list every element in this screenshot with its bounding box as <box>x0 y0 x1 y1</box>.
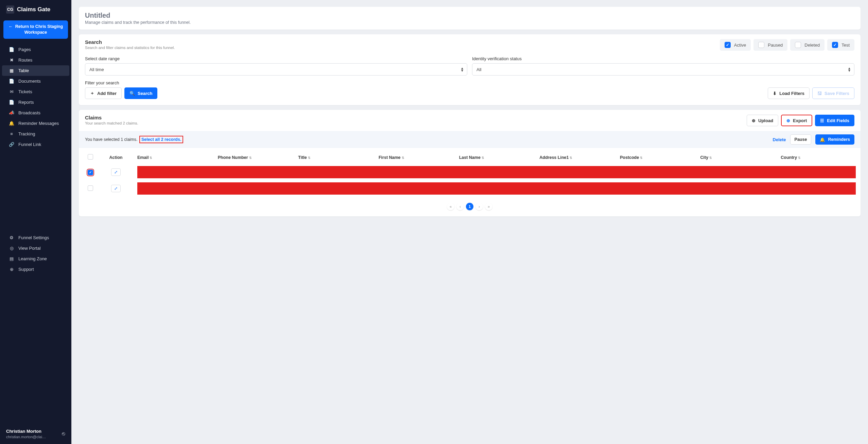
select-all-records-link[interactable]: Select all 2 records. <box>139 136 183 143</box>
expand-row-button[interactable]: ⤢ <box>111 168 121 176</box>
status-label: Test <box>841 43 850 48</box>
sort-icon: ⇅ <box>249 156 252 160</box>
pause-button[interactable]: Pause <box>790 134 812 145</box>
add-filter-label: Add filter <box>97 91 117 96</box>
page-last-button[interactable]: » <box>485 203 492 210</box>
sidebar-item-broadcasts[interactable]: 📣Broadcasts <box>2 108 69 118</box>
sidebar-item-documents[interactable]: 📄Documents <box>2 76 69 86</box>
sidebar-item-reminder-messages[interactable]: 🔔Reminder Messages <box>2 118 69 129</box>
redacted-row-content <box>137 182 856 195</box>
nav-icon: 📄 <box>9 47 14 52</box>
page-next-button[interactable]: › <box>475 203 483 210</box>
save-filters-label: Save Filters <box>824 91 849 96</box>
status-filter-paused[interactable]: Paused <box>753 39 787 51</box>
column-header-title[interactable]: Title⇅ <box>295 151 376 164</box>
selection-bar: You have selected 1 claims. Select all 2… <box>79 131 861 148</box>
nav-icon: ⚙ <box>9 235 14 240</box>
export-icon: ⊕ <box>786 118 790 123</box>
column-header-address-line1[interactable]: Address Line1⇅ <box>537 151 617 164</box>
nav-main: 📄Pages✖Routes▦Table📄Documents✉Tickets📄Re… <box>0 44 71 232</box>
search-button-label: Search <box>138 91 152 96</box>
logout-icon[interactable]: ⎋ <box>62 431 65 437</box>
row-checkbox[interactable] <box>88 185 93 191</box>
sidebar-item-pages[interactable]: 📄Pages <box>2 44 69 55</box>
sort-icon: ⇅ <box>482 156 484 160</box>
page-number-button[interactable]: 1 <box>466 203 473 210</box>
add-filter-button[interactable]: ＋ Add filter <box>85 87 122 99</box>
sidebar: CG Claims Gate ← Return to Chris Staging… <box>0 0 71 444</box>
sort-icon: ⇅ <box>308 156 311 160</box>
edit-fields-button[interactable]: ☰ Edit Fields <box>815 115 854 126</box>
load-filters-button[interactable]: ⬇ Load Filters <box>768 87 810 99</box>
status-filter-deleted[interactable]: Deleted <box>790 39 824 51</box>
column-header-action[interactable]: Action <box>97 151 135 164</box>
sidebar-item-funnel-settings[interactable]: ⚙Funnel Settings <box>2 232 69 243</box>
nav-icon: ▦ <box>9 68 14 73</box>
nav-label: Reminder Messages <box>18 121 59 126</box>
brand-name: Claims Gate <box>17 6 50 13</box>
nav-label: Funnel Link <box>18 142 41 147</box>
date-range-label: Select date range <box>85 56 467 61</box>
plus-icon: ＋ <box>90 90 94 96</box>
column-header-last-name[interactable]: Last Name⇅ <box>456 151 537 164</box>
load-filters-label: Load Filters <box>779 91 804 96</box>
column-header-first-name[interactable]: First Name⇅ <box>376 151 456 164</box>
upload-button[interactable]: ⊕ Upload <box>747 115 778 126</box>
status-label: Active <box>734 43 746 48</box>
status-filter-active[interactable]: Active <box>720 39 751 51</box>
row-checkbox[interactable] <box>88 170 93 175</box>
date-range-select[interactable]: All time ▲▼ <box>85 63 467 76</box>
nav-label: Table <box>18 68 29 73</box>
sidebar-item-reports[interactable]: 📄Reports <box>2 97 69 108</box>
sidebar-item-view-portal[interactable]: ◎View Portal <box>2 243 69 253</box>
return-workspace-button[interactable]: ← Return to Chris Staging Workspace <box>3 20 68 39</box>
export-label: Export <box>793 118 807 123</box>
sidebar-item-routes[interactable]: ✖Routes <box>2 55 69 65</box>
search-subtitle: Search and filter claims and statistics … <box>85 46 175 50</box>
sort-icon: ⇅ <box>798 156 801 160</box>
sort-icon: ⇅ <box>570 156 572 160</box>
reminders-button[interactable]: 🔔 Reminders <box>815 134 854 145</box>
filter-icon: ☰ <box>820 118 824 123</box>
identity-status-value: All <box>472 63 854 76</box>
nav-label: Broadcasts <box>18 110 40 115</box>
claims-subtitle: Your search matched 2 claims. <box>85 121 138 125</box>
nav-icon: ✖ <box>9 57 14 63</box>
user-email: christian.morton@claims... <box>6 434 47 439</box>
nav-label: Reports <box>18 100 34 105</box>
download-icon: ⬇ <box>773 91 777 96</box>
column-header-country[interactable]: Country⇅ <box>778 151 858 164</box>
status-filter-test[interactable]: Test <box>827 39 854 51</box>
edit-fields-label: Edit Fields <box>827 118 849 123</box>
redacted-row-content <box>137 166 856 178</box>
sidebar-item-learning-zone[interactable]: ▤Learning Zone <box>2 253 69 264</box>
expand-row-button[interactable]: ⤢ <box>111 185 121 192</box>
nav-label: Tracking <box>18 131 35 136</box>
sort-icon: ⇅ <box>640 156 643 160</box>
column-header-postcode[interactable]: Postcode⇅ <box>617 151 698 164</box>
search-button[interactable]: 🔍 Search <box>124 87 157 99</box>
page-prev-button[interactable]: ‹ <box>456 203 464 210</box>
upload-icon: ⊕ <box>752 118 756 123</box>
column-header-email[interactable]: Email⇅ <box>135 151 215 164</box>
save-filters-button[interactable]: 🖫 Save Filters <box>812 87 854 99</box>
nav-icon: ✉ <box>9 89 14 94</box>
claims-table: ActionEmail⇅Phone Number⇅Title⇅First Nam… <box>85 151 858 197</box>
column-header-city[interactable]: City⇅ <box>698 151 778 164</box>
page-title: Untitled <box>85 12 854 19</box>
arrow-left-icon: ← <box>8 24 13 29</box>
page-first-button[interactable]: « <box>447 203 454 210</box>
sidebar-item-tracking[interactable]: ≡Tracking <box>2 129 69 139</box>
delete-link[interactable]: Delete <box>773 137 786 142</box>
sidebar-item-support[interactable]: ⊕Support <box>2 264 69 275</box>
checkbox-icon <box>795 42 801 48</box>
sidebar-item-funnel-link[interactable]: 🔗Funnel Link <box>2 139 69 150</box>
export-button[interactable]: ⊕ Export <box>781 115 812 126</box>
sidebar-item-table[interactable]: ▦Table <box>2 65 69 76</box>
sidebar-item-tickets[interactable]: ✉Tickets <box>2 86 69 97</box>
select-all-checkbox[interactable] <box>88 154 93 160</box>
filter-your-search-label: Filter your search <box>85 80 157 85</box>
column-header-phone-number[interactable]: Phone Number⇅ <box>215 151 296 164</box>
identity-status-select[interactable]: All ▲▼ <box>472 63 854 76</box>
claims-card: Claims Your search matched 2 claims. ⊕ U… <box>79 110 861 216</box>
